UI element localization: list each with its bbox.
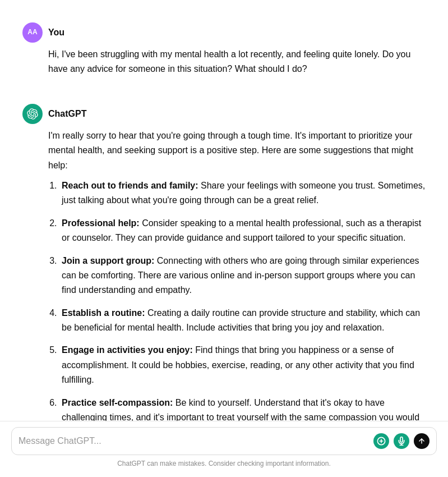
- assistant-avatar: [22, 104, 43, 124]
- input-icons: [373, 433, 429, 449]
- user-message-content: Hi, I've been struggling with my mental …: [48, 47, 426, 81]
- assistant-name: ChatGPT: [48, 107, 86, 121]
- user-message-header: AA You: [22, 22, 426, 43]
- assistant-message-block: ChatGPT I'm really sorry to hear that yo…: [0, 93, 448, 477]
- user-name: You: [48, 25, 64, 40]
- list-item: Reach out to friends and family: Share y…: [59, 178, 426, 208]
- message-input[interactable]: [19, 436, 369, 446]
- chat-container: AA You Hi, I've been struggling with my …: [0, 0, 448, 477]
- user-message-block: AA You Hi, I've been struggling with my …: [0, 11, 448, 93]
- input-row: [11, 427, 437, 455]
- list-item: Join a support group: Connecting with ot…: [59, 254, 426, 298]
- assistant-message-header: ChatGPT: [22, 104, 426, 124]
- user-avatar: AA: [22, 22, 43, 43]
- list-item: Professional help: Consider speaking to …: [59, 216, 426, 246]
- input-area: ChatGPT can make mistakes. Consider chec…: [0, 421, 448, 477]
- list-item: Engage in activities you enjoy: Find thi…: [59, 343, 426, 387]
- send-button[interactable]: [414, 433, 429, 449]
- list-item: Establish a routine: Creating a daily ro…: [59, 306, 426, 336]
- voice-button[interactable]: [394, 433, 409, 449]
- attach-button[interactable]: [373, 433, 389, 449]
- footer-note: ChatGPT can make mistakes. Consider chec…: [11, 455, 437, 471]
